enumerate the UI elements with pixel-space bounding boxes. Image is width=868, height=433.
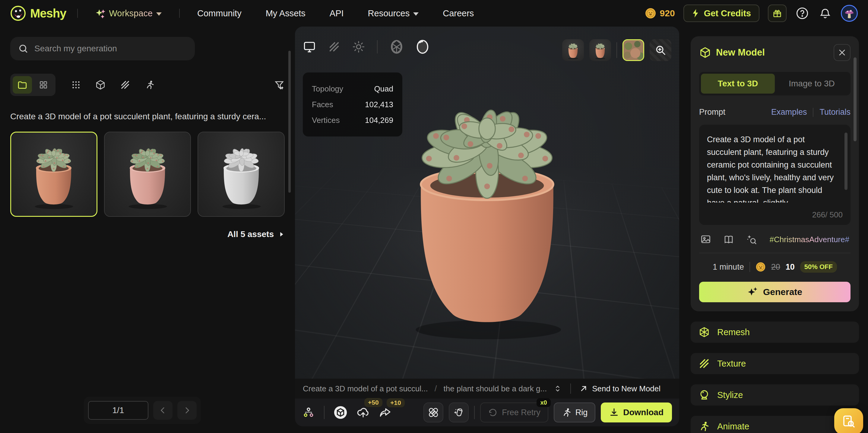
next-page-button[interactable] — [177, 401, 197, 420]
gift-button[interactable] — [768, 4, 786, 22]
shaded-view-button[interactable] — [303, 40, 316, 53]
topology-row: Vertices104,269 — [312, 112, 393, 128]
generate-button[interactable]: Generate — [699, 282, 850, 302]
lighting-button[interactable] — [352, 40, 365, 53]
texture-view-button[interactable] — [328, 41, 340, 53]
book-icon — [723, 234, 734, 245]
feedback-float-button[interactable] — [834, 408, 863, 433]
textarea-scrollbar[interactable] — [844, 133, 847, 190]
cube-icon — [95, 80, 105, 90]
all-filter-button[interactable] — [71, 80, 81, 90]
notifications-button[interactable] — [818, 6, 832, 21]
christmas-adventure-tag[interactable]: #ChristmasAdventure# — [770, 235, 849, 244]
prompt-textarea[interactable]: Create a 3D model of a pot succulent pla… — [699, 125, 850, 225]
animation-filter-button[interactable] — [145, 80, 155, 90]
stylize-label: Stylize — [717, 390, 743, 400]
version-thumb-1[interactable] — [562, 39, 584, 61]
asset-thumbnail-textured[interactable] — [10, 132, 97, 217]
wireframe-toggle-button[interactable] — [390, 39, 404, 54]
send-to-new-model-button[interactable]: Send to New Model — [579, 384, 660, 394]
filter-toolbar — [10, 74, 285, 96]
paint-bucket-sparkle-icon — [453, 407, 464, 418]
grid-icon — [39, 80, 48, 90]
download-button[interactable]: Download — [601, 403, 672, 423]
version-thumb-2[interactable] — [589, 39, 611, 61]
chevron-left-icon — [159, 406, 167, 414]
texture-zoom-button[interactable] — [650, 39, 671, 61]
3d-viewport[interactable]: TopologyQuad Faces102,413 Vertices104,26… — [295, 27, 679, 379]
stylize-button[interactable]: Stylize — [691, 384, 859, 406]
model-filter-button[interactable] — [95, 80, 105, 90]
nav-item-careers[interactable]: Careers — [436, 8, 480, 19]
library-button[interactable] — [723, 234, 734, 245]
nav-item-resources[interactable]: Resources — [361, 8, 426, 19]
model-preview — [122, 138, 173, 210]
nav-item-label: My Assets — [266, 8, 306, 19]
tab-text-to-3d[interactable]: Text to 3D — [701, 74, 775, 94]
shaded-sphere-icon — [415, 39, 430, 54]
material-sphere-button[interactable] — [415, 39, 430, 54]
retexture-button[interactable] — [449, 403, 469, 423]
texture-thumb-selected[interactable] — [622, 39, 644, 61]
prev-page-button[interactable] — [153, 401, 173, 420]
faces-label: Faces — [312, 97, 333, 112]
ai-enhance-button[interactable] — [746, 234, 757, 245]
rig-label: Rig — [576, 408, 588, 417]
export-platform-button[interactable] — [334, 406, 347, 420]
rig-button[interactable]: Rig — [554, 403, 596, 423]
examples-link[interactable]: Examples — [771, 108, 807, 117]
sun-icon — [352, 40, 365, 53]
succulent-model[interactable] — [391, 72, 584, 344]
texture-button[interactable]: Texture — [691, 353, 859, 374]
nav-item-label: Resources — [368, 8, 410, 19]
image-prompt-button[interactable] — [700, 234, 711, 245]
prompt-segment-2[interactable]: the plant should be a dark g... — [444, 384, 547, 394]
tab-image-to-3d[interactable]: Image to 3D — [775, 74, 849, 94]
close-panel-button[interactable] — [834, 44, 850, 61]
coin-icon — [645, 7, 656, 19]
get-credits-label: Get Credits — [704, 8, 751, 19]
free-retry-button[interactable]: x0 Free Retry — [480, 403, 548, 423]
meshy-logo[interactable]: Meshy — [10, 5, 66, 21]
prompt-segment-1[interactable]: Create a 3D model of a pot succul... — [303, 384, 428, 394]
asset-thumbnail-variant[interactable] — [104, 132, 191, 217]
panel-scrollbar[interactable] — [854, 57, 857, 141]
sparkles-icon — [747, 287, 758, 297]
nav-item-workspace[interactable]: Workspace — [89, 8, 168, 19]
action-divider — [474, 406, 475, 419]
get-credits-button[interactable]: Get Credits — [683, 4, 760, 22]
nav-item-api[interactable]: API — [323, 8, 350, 19]
publish-button[interactable]: +50 — [356, 406, 370, 419]
topology-value: Quad — [374, 81, 393, 97]
repair-mesh-button[interactable] — [424, 403, 443, 423]
left-panel-scrollbar[interactable] — [288, 51, 291, 193]
monitor-icon — [303, 40, 316, 53]
grid-view-button[interactable] — [34, 76, 53, 94]
sparkle-search-icon — [746, 234, 757, 245]
chevron-up-down-icon — [553, 384, 562, 393]
texture-filter-button[interactable] — [120, 80, 130, 90]
sort-filter-button[interactable] — [274, 79, 285, 90]
remesh-button[interactable]: Remesh — [691, 322, 859, 343]
nav-item-community[interactable]: Community — [191, 8, 248, 19]
share-button[interactable]: +10 — [379, 406, 392, 419]
navbar: Meshy Workspace Community My Assets API — [0, 0, 868, 27]
image-icon — [700, 234, 711, 245]
avatar-mushroom — [843, 7, 856, 20]
version-divider — [617, 42, 617, 58]
folder-view-button[interactable] — [13, 76, 32, 94]
credits-balance[interactable]: 920 — [645, 7, 675, 19]
animate-button[interactable]: Animate — [691, 416, 859, 433]
help-button[interactable] — [795, 6, 809, 21]
expand-prompt-button[interactable] — [553, 384, 562, 393]
asset-thumbnail-clay[interactable] — [197, 132, 285, 217]
pagination: 1/1 — [84, 397, 201, 424]
hierarchy-button[interactable] — [302, 406, 315, 419]
search-input[interactable]: Search my generation — [10, 37, 195, 60]
page-indicator[interactable]: 1/1 — [88, 401, 148, 420]
new-model-panel: New Model Text to 3D Image to 3D Prompt … — [691, 36, 859, 433]
nav-item-my-assets[interactable]: My Assets — [259, 8, 312, 19]
all-assets-link[interactable]: All 5 assets — [10, 230, 285, 239]
tutorials-link[interactable]: Tutorials — [819, 108, 850, 117]
user-avatar[interactable] — [841, 5, 858, 22]
